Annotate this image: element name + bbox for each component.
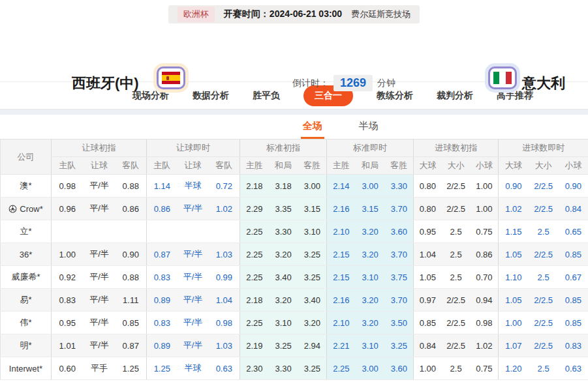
odds-cell: 0.90 — [559, 175, 588, 198]
company-cell: Interwet* — [1, 357, 52, 380]
odds-cell: 3.70 — [385, 243, 414, 266]
odds-cell: 2.25 — [240, 312, 269, 334]
header-row-subcols: 主队让球客队主队让球客队主胜和局客胜主胜和局客胜大球大小小球大球大小小球 — [1, 157, 588, 175]
column-subheader: 客队 — [116, 157, 147, 175]
table-row: 易*0.83平/半1.110.89平/半1.042.183.203.402.16… — [1, 289, 588, 312]
odds-cell: 2.16 — [327, 198, 356, 220]
column-group-header-5: 进球数初指 — [414, 140, 499, 157]
match-info-pill: 欧洲杯 开赛时间：2024-06-21 03:00 费尔廷斯竞技场 — [168, 5, 420, 23]
odds-cell: 1.14 — [147, 175, 178, 198]
odds-cell: 3.30 — [269, 220, 298, 243]
company-cell: 伟* — [1, 312, 52, 334]
column-subheader: 大球 — [499, 157, 529, 175]
odds-cell: 1.02 — [209, 198, 240, 220]
odds-cell: 2.5 — [442, 266, 471, 289]
odds-cell: 3.75 — [385, 266, 414, 289]
odds-cell: 0.83 — [559, 334, 588, 357]
odds-cell: 平/半 — [84, 334, 116, 357]
odds-cell: 3.10 — [269, 312, 298, 334]
header-row-groups: 公司让球初指让球即时标准初指标准即时进球数初指进球数即时 — [1, 140, 588, 157]
odds-cell: 2.5 — [529, 266, 559, 289]
odds-cell: 平/半 — [84, 312, 116, 334]
odds-cell: 0.89 — [147, 289, 178, 312]
subtab-2[interactable]: 半场 — [357, 115, 380, 139]
odds-cell: 2.25 — [240, 266, 269, 289]
odds-cell: 1.02 — [471, 334, 499, 357]
column-subheader: 大小 — [442, 157, 471, 175]
odds-cell: 2.5 — [529, 357, 559, 380]
odds-cell: 0.84 — [559, 198, 588, 220]
odds-cell: 3.10 — [356, 266, 385, 289]
odds-cell: 2.16 — [327, 289, 356, 312]
odds-cell: 0.85 — [559, 312, 588, 334]
odds-table: 公司让球初指让球即时标准初指标准即时进球数初指进球数即时主队让球客队主队让球客队… — [0, 139, 588, 380]
odds-cell: 0.86 — [471, 243, 499, 266]
top-info-bar: 欧洲杯 开赛时间：2024-06-21 03:00 费尔廷斯竞技场 — [0, 0, 588, 29]
odds-cell: 2.15 — [327, 266, 356, 289]
odds-cell: 2.14 — [327, 175, 356, 198]
odds-cell — [52, 220, 84, 243]
odds-cell: 0.72 — [209, 175, 240, 198]
odds-cell: 0.85 — [414, 312, 442, 334]
column-subheader: 主队 — [52, 157, 84, 175]
odds-cell: 3.40 — [269, 266, 298, 289]
odds-cell: 2/2.5 — [442, 198, 471, 220]
odds-cell: 2.21 — [327, 334, 356, 357]
column-subheader: 主胜 — [327, 157, 356, 175]
odds-cell: 0.63 — [559, 357, 588, 380]
odds-cell: 0.83 — [147, 266, 178, 289]
table-row: 立*2.253.303.102.103.203.600.952.50.751.1… — [1, 220, 588, 243]
subtab-1[interactable]: 全场 — [301, 115, 324, 139]
odds-cell: 0.67 — [559, 266, 588, 289]
odds-cell: 平/半 — [84, 266, 116, 289]
odds-cell: 1.25 — [147, 357, 178, 380]
company-cell: 威廉希* — [1, 266, 52, 289]
table-row: 威廉希*0.92平/半0.880.83平/半0.992.253.403.252.… — [1, 266, 588, 289]
odds-cell: 1.03 — [209, 243, 240, 266]
odds-cell: 0.90 — [499, 175, 529, 198]
away-team-logo[interactable] — [488, 66, 517, 89]
odds-cell: 3.20 — [356, 243, 385, 266]
nav-tab-3[interactable]: 胜平负 — [253, 90, 280, 102]
odds-cell: 2/2.5 — [442, 334, 471, 357]
odds-cell: 2/2.5 — [529, 312, 559, 334]
odds-cell: 3.60 — [385, 357, 414, 380]
odds-cell: 平/半 — [178, 334, 209, 357]
odds-cell: 2/2.5 — [529, 334, 559, 357]
odds-cell: 2.10 — [327, 312, 356, 334]
odds-cell: 1.07 — [499, 334, 529, 357]
home-team-logo[interactable] — [157, 66, 185, 89]
odds-cell: 1.02 — [499, 198, 529, 220]
odds-cell: 3.00 — [298, 175, 327, 198]
odds-cell: 平/半 — [84, 289, 116, 312]
column-subheader: 客胜 — [385, 157, 414, 175]
odds-cell: 0.75 — [471, 220, 499, 243]
column-subheader: 让球 — [178, 157, 209, 175]
odds-cell: 0.86 — [147, 198, 178, 220]
odds-cell: 0.96 — [52, 198, 84, 220]
odds-cell: 1.04 — [414, 243, 442, 266]
spain-flag-icon — [162, 72, 180, 84]
odds-cell: 0.85 — [559, 243, 588, 266]
company-cell: 立* — [1, 220, 52, 243]
league-badge: 欧洲杯 — [178, 7, 215, 22]
nav-tab-2[interactable]: 数据分析 — [193, 90, 229, 102]
odds-cell: 1.15 — [499, 220, 529, 243]
odds-cell: 3.30 — [385, 175, 414, 198]
company-cell: 易* — [1, 289, 52, 312]
countdown-label: 倒计时： — [292, 78, 329, 89]
odds-cell: 3.40 — [298, 289, 327, 312]
odds-cell: 平手 — [84, 357, 116, 380]
nav-tab-5[interactable]: 教练分析 — [377, 90, 413, 102]
column-subheader: 大球 — [414, 157, 442, 175]
odds-cell: 2/2.5 — [529, 175, 559, 198]
odds-cell — [209, 220, 240, 243]
nav-tab-6[interactable]: 裁判分析 — [437, 90, 473, 102]
odds-cell: 2/2.5 — [529, 289, 559, 312]
odds-cell: 2/2.5 — [529, 198, 559, 220]
odds-cell: 2.30 — [240, 357, 269, 380]
odds-cell: 3.50 — [385, 312, 414, 334]
odds-cell: 0.98 — [52, 175, 84, 198]
column-subheader: 客胜 — [298, 157, 327, 175]
company-cell: 澳* — [1, 175, 52, 198]
